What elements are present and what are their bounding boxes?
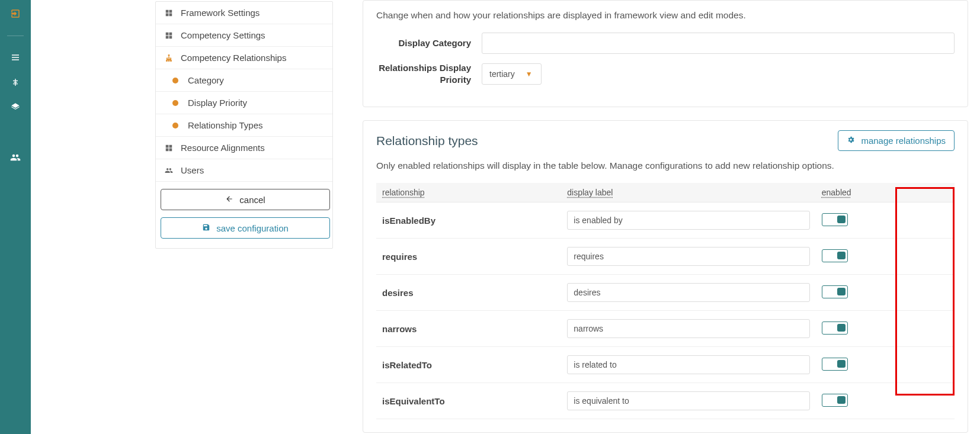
table-row: requires	[376, 239, 955, 275]
gear-icon[interactable]	[11, 127, 20, 137]
save-configuration-button[interactable]: save configuration	[161, 217, 330, 239]
users-icon[interactable]	[10, 152, 21, 163]
panel-title: Relationship types	[376, 134, 478, 148]
cancel-button[interactable]: cancel	[161, 189, 330, 210]
display-label-input[interactable]	[567, 391, 809, 410]
enabled-toggle[interactable]	[822, 285, 848, 298]
display-settings-panel: Change when and how your relationships a…	[363, 0, 968, 107]
enabled-toggle[interactable]	[822, 213, 848, 226]
th-display-label[interactable]: display label	[561, 183, 815, 202]
toggle-knob	[837, 252, 846, 259]
display-label-input[interactable]	[567, 247, 809, 266]
cell-display-label	[561, 347, 815, 383]
panel-header: Relationship types manage relationships	[376, 130, 955, 151]
cell-display-label	[561, 383, 815, 419]
form-row-priority: Relationships Display Priority tertiary …	[376, 62, 955, 85]
menu-framework-settings[interactable]: Framework Settings	[156, 2, 332, 24]
menu-label: Resource Alignments	[181, 143, 265, 153]
cell-display-label	[561, 311, 815, 347]
cell-enabled	[816, 202, 955, 239]
relationships-tbody: isEnabledByrequiresdesiresnarrowsisRelat…	[376, 202, 955, 419]
table-row: narrows	[376, 311, 955, 347]
menu-competency-relationships[interactable]: Competency Relationships	[156, 47, 332, 69]
th-relationship[interactable]: relationship	[376, 183, 561, 202]
submenu-category[interactable]: Category	[156, 69, 332, 92]
svg-rect-0	[168, 54, 169, 56]
button-label: save configuration	[216, 223, 289, 233]
table-row: isEquivalentTo	[376, 383, 955, 419]
table-row: isEnabledBy	[376, 202, 955, 239]
toggle-knob	[837, 360, 846, 368]
relationships-table: relationship display label enabled isEna…	[376, 183, 955, 419]
enabled-toggle[interactable]	[822, 358, 848, 371]
grid-icon	[164, 144, 174, 152]
display-category-input[interactable]	[482, 33, 955, 54]
cell-relationship: desires	[376, 275, 561, 311]
cell-display-label	[561, 239, 815, 275]
display-label-input[interactable]	[567, 211, 809, 230]
table-row: desires	[376, 275, 955, 311]
form-label: Display Category	[376, 37, 471, 49]
enabled-toggle[interactable]	[822, 394, 848, 407]
cell-relationship: isEnabledBy	[376, 202, 561, 239]
menu-label: Competency Settings	[181, 30, 265, 40]
cell-relationship: requires	[376, 239, 561, 275]
settings-sidebar: Framework Settings Competency Settings C…	[143, 0, 345, 434]
priority-select[interactable]: tertiary ▼	[482, 63, 542, 85]
cell-relationship: isEquivalentTo	[376, 383, 561, 419]
bullet-icon	[172, 78, 178, 83]
rail-divider	[7, 36, 24, 36]
enabled-toggle[interactable]	[822, 322, 848, 335]
menu-competency-settings[interactable]: Competency Settings	[156, 24, 332, 47]
bullet-icon	[172, 123, 178, 128]
enabled-toggle[interactable]	[822, 249, 848, 262]
submenu-label: Relationship Types	[188, 120, 262, 130]
panel-description: Change when and how your relationships a…	[376, 10, 955, 21]
toggle-knob	[837, 324, 846, 332]
panel-description: Only enabled relationships will display …	[376, 160, 955, 171]
logout-icon[interactable]	[10, 8, 21, 19]
submenu-label: Display Priority	[188, 98, 247, 108]
table-row: isRelatedTo	[376, 347, 955, 383]
list-icon[interactable]	[11, 53, 20, 62]
chevron-down-icon: ▼	[526, 70, 533, 78]
cell-display-label	[561, 202, 815, 239]
submenu-display-priority[interactable]: Display Priority	[156, 92, 332, 114]
manage-relationships-button[interactable]: manage relationships	[838, 130, 955, 151]
button-label: manage relationships	[861, 136, 946, 146]
select-value: tertiary	[489, 69, 515, 79]
toggle-knob	[837, 288, 846, 295]
hierarchy-icon[interactable]	[11, 78, 20, 87]
cell-display-label	[561, 275, 815, 311]
display-label-input[interactable]	[567, 319, 809, 338]
submenu-relationship-types[interactable]: Relationship Types	[156, 114, 332, 137]
sitemap-icon	[164, 54, 174, 62]
save-icon	[202, 223, 210, 233]
content: Framework Settings Competency Settings C…	[31, 0, 980, 434]
layers-icon[interactable]	[11, 102, 20, 112]
menu-label: Framework Settings	[181, 8, 260, 18]
cell-enabled	[816, 347, 955, 383]
gear-icon	[847, 136, 855, 146]
arrow-left-icon	[225, 195, 233, 205]
menu-resource-alignments[interactable]: Resource Alignments	[156, 137, 332, 159]
grid-icon	[164, 31, 174, 40]
display-label-input[interactable]	[567, 355, 809, 374]
nav-rail	[0, 0, 31, 434]
display-label-input[interactable]	[567, 283, 809, 302]
svg-rect-3	[170, 60, 171, 61]
cell-enabled	[816, 275, 955, 311]
form-row-display-category: Display Category	[376, 33, 955, 54]
cell-enabled	[816, 383, 955, 419]
relationship-types-panel: Relationship types manage relationships …	[363, 120, 968, 433]
cell-enabled	[816, 311, 955, 347]
form-label: Relationships Display Priority	[376, 62, 471, 85]
menu-users[interactable]: Users	[156, 159, 332, 182]
cell-relationship: narrows	[376, 311, 561, 347]
menu-label: Competency Relationships	[181, 53, 286, 63]
svg-rect-1	[166, 60, 167, 61]
settings-menu: Framework Settings Competency Settings C…	[155, 1, 333, 249]
toggle-knob	[837, 396, 846, 404]
th-enabled[interactable]: enabled	[816, 183, 955, 202]
button-label: cancel	[239, 195, 265, 205]
